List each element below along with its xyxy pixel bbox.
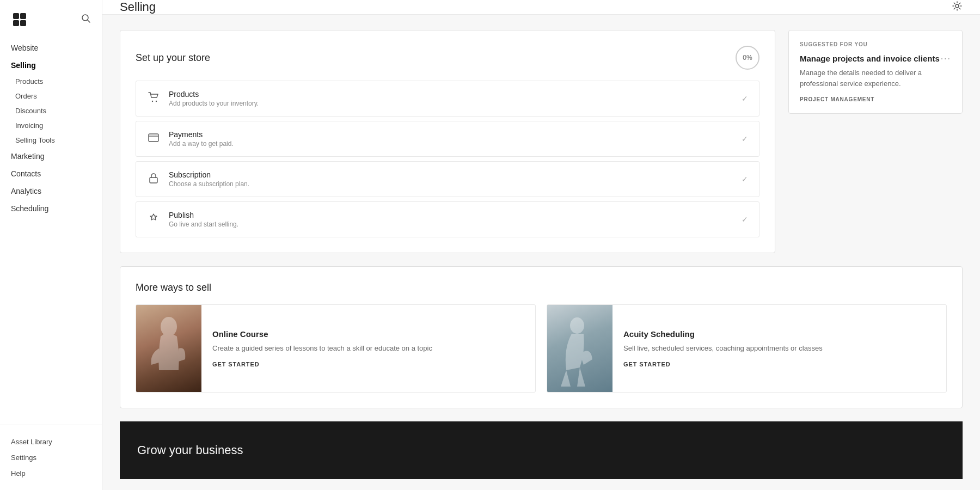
svg-rect-11 (150, 177, 157, 183)
publish-icon (147, 213, 160, 226)
setup-item-products-name: Products (169, 90, 733, 99)
sidebar-nav: Website Selling Products Orders Discount… (0, 34, 102, 425)
main-area: Selling Set up your store 0% (102, 0, 980, 490)
payments-icon (147, 133, 160, 145)
svg-point-7 (152, 100, 153, 101)
sidebar: Website Selling Products Orders Discount… (0, 0, 102, 490)
svg-rect-0 (13, 13, 19, 19)
acuity-desc: Sell live, scheduled services, coaching … (623, 343, 823, 354)
setup-item-payments[interactable]: Payments Add a way to get paid. ✓ (136, 121, 759, 157)
more-ways-item-acuity[interactable]: Acuity Scheduling Sell live, scheduled s… (547, 304, 947, 393)
setup-item-payments-text: Payments Add a way to get paid. (169, 130, 733, 148)
setup-item-products-text: Products Add products to your inventory. (169, 90, 733, 107)
settings-icon[interactable] (952, 1, 963, 14)
progress-badge: 0% (736, 46, 759, 70)
top-cards-row: Set up your store 0% Products Add produc… (120, 30, 963, 253)
sidebar-item-selling[interactable]: Selling (0, 57, 102, 74)
more-ways-item-online-course[interactable]: Online Course Create a guided series of … (136, 304, 536, 393)
sidebar-item-help[interactable]: Help (11, 465, 91, 481)
more-ways-title: More ways to sell (136, 282, 947, 293)
main-header: Selling (102, 0, 980, 15)
setup-item-publish[interactable]: Publish Go live and start selling. ✓ (136, 201, 759, 237)
sidebar-item-settings[interactable]: Settings (11, 450, 91, 465)
page-title: Selling (120, 0, 156, 14)
suggested-more-button[interactable]: ··· (941, 54, 951, 64)
sidebar-bottom: Asset Library Settings Help (0, 425, 102, 490)
setup-item-subscription-name: Subscription (169, 170, 733, 179)
setup-item-payments-name: Payments (169, 130, 733, 139)
sidebar-item-discounts[interactable]: Discounts (0, 103, 102, 118)
setup-store-card: Set up your store 0% Products Add produc… (120, 30, 775, 253)
suggested-desc: Manage the details needed to deliver a p… (800, 68, 951, 89)
suggested-tag: PROJECT MANAGEMENT (800, 96, 951, 102)
sidebar-item-scheduling[interactable]: Scheduling (0, 200, 102, 217)
acuity-cta[interactable]: GET STARTED (623, 361, 823, 367)
online-course-image (136, 305, 201, 392)
main-content: Set up your store 0% Products Add produc… (102, 15, 980, 490)
svg-rect-3 (20, 20, 26, 26)
more-ways-grid: Online Course Create a guided series of … (136, 304, 947, 393)
suggested-label: SUGGESTED FOR YOU (800, 41, 951, 47)
setup-item-subscription-desc: Choose a subscription plan. (169, 180, 733, 188)
cart-icon (147, 92, 160, 106)
online-course-info: Online Course Create a guided series of … (201, 305, 443, 392)
online-course-cta[interactable]: GET STARTED (212, 361, 432, 367)
svg-rect-1 (20, 13, 26, 19)
setup-item-products[interactable]: Products Add products to your inventory.… (136, 81, 759, 117)
setup-card-header: Set up your store 0% (136, 46, 759, 70)
sidebar-item-website[interactable]: Website (0, 39, 102, 57)
acuity-name: Acuity Scheduling (623, 329, 823, 339)
lock-icon (147, 173, 160, 186)
logo-icon[interactable] (11, 11, 28, 28)
sidebar-item-selling-tools[interactable]: Selling Tools (0, 133, 102, 148)
svg-point-8 (156, 100, 157, 101)
sidebar-top (0, 0, 102, 34)
sidebar-item-analytics[interactable]: Analytics (0, 182, 102, 200)
payments-check-icon: ✓ (742, 134, 748, 143)
svg-point-6 (955, 4, 959, 8)
setup-item-payments-desc: Add a way to get paid. (169, 140, 733, 148)
setup-item-publish-text: Publish Go live and start selling. (169, 211, 733, 228)
sidebar-item-marketing[interactable]: Marketing (0, 148, 102, 165)
setup-item-publish-desc: Go live and start selling. (169, 220, 733, 228)
setup-item-products-desc: Add products to your inventory. (169, 100, 733, 107)
sidebar-item-orders[interactable]: Orders (0, 89, 102, 103)
suggested-header: Manage projects and invoice clients ··· (800, 54, 951, 68)
online-course-desc: Create a guided series of lessons to tea… (212, 343, 432, 354)
grow-footer: Grow your business (120, 421, 963, 479)
sidebar-item-invoicing[interactable]: Invoicing (0, 118, 102, 133)
acuity-image (547, 305, 612, 392)
setup-item-publish-name: Publish (169, 211, 733, 219)
online-course-name: Online Course (212, 329, 432, 339)
acuity-info: Acuity Scheduling Sell live, scheduled s… (612, 305, 834, 392)
setup-item-subscription-text: Subscription Choose a subscription plan. (169, 170, 733, 188)
setup-card-title: Set up your store (136, 52, 210, 64)
products-check-icon: ✓ (742, 94, 748, 103)
more-ways-card: More ways to sell (120, 266, 963, 408)
sidebar-item-asset-library[interactable]: Asset Library (11, 434, 91, 450)
svg-rect-9 (149, 134, 158, 142)
subscription-check-icon: ✓ (742, 175, 748, 183)
svg-line-5 (88, 20, 90, 23)
svg-point-13 (570, 317, 584, 334)
sidebar-item-products[interactable]: Products (0, 74, 102, 89)
suggested-title: Manage projects and invoice clients (800, 54, 941, 63)
svg-rect-2 (13, 20, 19, 26)
sidebar-item-contacts[interactable]: Contacts (0, 165, 102, 182)
setup-item-subscription[interactable]: Subscription Choose a subscription plan.… (136, 161, 759, 197)
search-icon[interactable] (81, 14, 91, 26)
grow-title: Grow your business (137, 443, 243, 457)
publish-check-icon: ✓ (742, 215, 748, 224)
suggested-card: SUGGESTED FOR YOU Manage projects and in… (788, 30, 963, 114)
